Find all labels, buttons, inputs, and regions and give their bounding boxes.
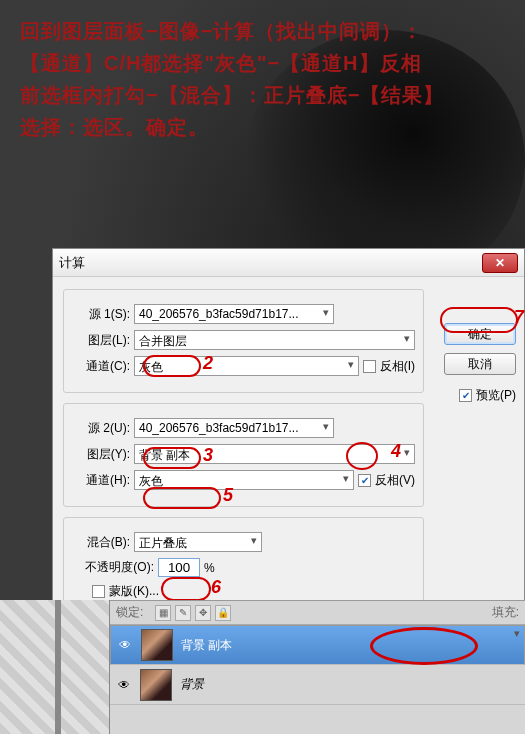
instr-line: 【通道】C/H都选择"灰色"−【通道H】反相 [20, 47, 505, 79]
layer-row-selected[interactable]: 👁 背景 副本 [110, 625, 525, 665]
layer-name: 背景 副本 [181, 637, 232, 654]
layer-name: 背景 [180, 676, 204, 693]
canvas-area [0, 600, 110, 734]
mask-checkbox[interactable] [92, 585, 105, 598]
instr-line: 前选框内打勾−【混合】：正片叠底−【结果】 [20, 79, 505, 111]
channel2-label: 通道(H): [72, 472, 130, 489]
lock-pixels-icon[interactable]: ✎ [175, 605, 191, 621]
source2-select[interactable]: 40_206576_b3fac59d71b17... [134, 418, 334, 438]
annotation-num-3: 3 [203, 445, 213, 466]
lock-position-icon[interactable]: ✥ [195, 605, 211, 621]
source1-group: 源 1(S): 40_206576_b3fac59d71b17... 图层(L)… [63, 289, 424, 393]
layer2-label: 图层(Y): [72, 446, 130, 463]
preview-checkbox[interactable]: ✔ [459, 389, 472, 402]
layer1-label: 图层(L): [72, 332, 130, 349]
fill-label: 填充: [492, 604, 519, 621]
source2-legend: 源 2(U): [72, 420, 130, 437]
annotation-num-7: 7 [514, 307, 524, 328]
layer-thumbnail[interactable] [141, 629, 173, 661]
layer2-select[interactable]: 背景 副本 [134, 444, 415, 464]
instr-line: 选择：选区。确定。 [20, 111, 505, 143]
channel1-select[interactable]: 灰色 [134, 356, 359, 376]
percent-sign: % [204, 561, 215, 575]
annotation-num-6: 6 [211, 577, 221, 598]
opacity-label: 不透明度(O): [72, 559, 154, 576]
source1-select[interactable]: 40_206576_b3fac59d71b17... [134, 304, 334, 324]
layers-toolbar: 锁定: ▦ ✎ ✥ 🔒 填充: [110, 601, 525, 625]
invert2-checkbox[interactable]: ✔ [358, 474, 371, 487]
source1-legend: 源 1(S): [72, 306, 130, 323]
close-button[interactable]: ✕ [482, 253, 518, 273]
annotation-num-2: 2 [203, 353, 213, 374]
mask-label: 蒙版(K)... [109, 583, 159, 600]
opacity-input[interactable] [158, 558, 200, 577]
invert1-label: 反相(I) [380, 358, 415, 375]
lock-label: 锁定: [116, 604, 143, 621]
instr-line: 回到图层面板−图像−计算（找出中间调）： [20, 15, 505, 47]
blend-label: 混合(B): [72, 534, 130, 551]
dialog-titlebar[interactable]: 计算 ✕ [53, 249, 524, 277]
annotation-num-4: 4 [391, 441, 401, 462]
layer1-select[interactable]: 合并图层 [134, 330, 415, 350]
layers-panel: 锁定: ▦ ✎ ✥ 🔒 填充: 👁 背景 副本 👁 背景 [110, 600, 525, 734]
channel1-label: 通道(C): [72, 358, 130, 375]
preview-label: 预览(P) [476, 387, 516, 404]
layer-thumbnail[interactable] [140, 669, 172, 701]
dialog-side-buttons: 确定 取消 ✔ 预览(P) [444, 323, 516, 410]
invert1-checkbox[interactable] [363, 360, 376, 373]
cancel-button[interactable]: 取消 [444, 353, 516, 375]
visibility-icon[interactable]: 👁 [116, 677, 132, 693]
instructions-overlay: 回到图层面板−图像−计算（找出中间调）： 【通道】C/H都选择"灰色"−【通道H… [20, 15, 505, 143]
lock-all-icon[interactable]: 🔒 [215, 605, 231, 621]
invert2-label: 反相(V) [375, 472, 415, 489]
channel2-select[interactable]: 灰色 [134, 470, 354, 490]
annotation-num-5: 5 [223, 485, 233, 506]
layer-row-bg[interactable]: 👁 背景 [110, 665, 525, 705]
blend-select[interactable]: 正片叠底 [134, 532, 262, 552]
visibility-icon[interactable]: 👁 [117, 637, 133, 653]
dialog-title: 计算 [59, 254, 482, 272]
source2-group: 源 2(U): 40_206576_b3fac59d71b17... 图层(Y)… [63, 403, 424, 507]
lock-transparent-icon[interactable]: ▦ [155, 605, 171, 621]
ok-button[interactable]: 确定 [444, 323, 516, 345]
